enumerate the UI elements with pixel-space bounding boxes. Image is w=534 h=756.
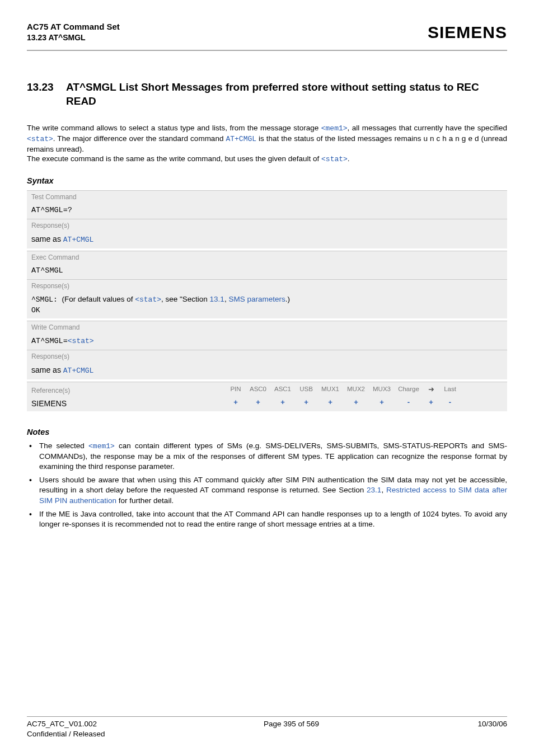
param-mem1[interactable]: <mem1>: [88, 442, 115, 450]
cap-val: +: [270, 397, 295, 407]
response-label: Response(s): [27, 279, 507, 292]
response-label: Response(s): [27, 219, 507, 231]
note-item-1: The selected <mem1> can contain differen…: [27, 441, 507, 472]
cap-val: +: [246, 397, 270, 407]
note-text: If the ME is Java controlled, take into …: [39, 510, 507, 528]
note-text: ,: [381, 486, 386, 494]
intro-text: , all messages that currently have the s…: [348, 124, 507, 132]
product-name: AC75 AT Command Set: [27, 21, 120, 32]
intro-text: The execute command is the same as the w…: [27, 154, 321, 163]
link-section-13-1[interactable]: 13.1: [210, 295, 224, 303]
cap-hdr-mux3: MUX3: [369, 385, 395, 394]
write-command-block: Write Command AT^SMGL=<stat> Response(s)…: [27, 321, 507, 379]
header-left: AC75 AT Command Set 13.23 AT^SMGL: [27, 21, 120, 43]
exec-command-block: Exec Command AT^SMGL Response(s) ^SMGL: …: [27, 251, 507, 319]
reference-left: Reference(s) SIEMENS: [27, 382, 226, 411]
section-title-text: AT^SMGL List Short Messages from preferr…: [66, 80, 507, 109]
reference-name: SIEMENS: [31, 398, 221, 409]
cap-val: +: [226, 397, 246, 407]
write-command-label: Write Command: [27, 321, 507, 333]
write-command-value: AT^SMGL=<stat>: [27, 334, 507, 350]
footer-version: AC75_ATC_V01.002: [27, 720, 97, 728]
reference-right: PIN ASC0 ASC1 USB MUX1 MUX2 MUX3 Charge …: [226, 382, 507, 411]
header-rule: [27, 50, 507, 51]
footer-row: AC75_ATC_V01.002 Confidential / Released…: [27, 719, 507, 739]
param-mem1[interactable]: <mem1>: [321, 124, 348, 133]
cap-val: +: [423, 397, 439, 407]
write-response: same as AT+CMGL: [27, 362, 507, 379]
param-stat[interactable]: <stat>: [68, 337, 94, 345]
cap-val: +: [369, 397, 395, 407]
cap-hdr-asc1: ASC1: [270, 385, 295, 394]
arrow-right-icon: ➜: [423, 384, 439, 395]
exec-response: ^SMGL: (For default values of <stat>, se…: [27, 292, 507, 318]
footer-left: AC75_ATC_V01.002 Confidential / Released: [27, 719, 105, 739]
note-text: for further detail.: [116, 496, 174, 505]
capability-header-row: PIN ASC0 ASC1 USB MUX1 MUX2 MUX3 Charge …: [226, 384, 505, 395]
cap-val: -: [395, 397, 423, 407]
link-section-23-1[interactable]: 23.1: [367, 486, 381, 494]
response-text: , see "Section: [161, 295, 210, 303]
footer-page-number: Page 395 of 569: [264, 719, 319, 739]
param-stat[interactable]: <stat>: [135, 295, 161, 304]
test-command-block: Test Command AT^SMGL=? Response(s) same …: [27, 190, 507, 248]
cap-hdr-asc0: ASC0: [246, 385, 270, 394]
link-atcmgl[interactable]: AT+CMGL: [226, 135, 256, 143]
footer-date: 10/30/06: [477, 719, 507, 739]
reference-block: Reference(s) SIEMENS PIN ASC0 ASC1 USB M…: [27, 382, 507, 411]
response-ok: OK: [31, 306, 40, 314]
capability-value-row: + + + + + + + - + -: [226, 397, 505, 407]
notes-heading: Notes: [27, 427, 507, 438]
cap-val: +: [295, 397, 317, 407]
intro-text: The write command allows to select a sta…: [27, 124, 321, 132]
test-command-value: AT^SMGL=?: [27, 203, 507, 219]
intro-text: .: [348, 154, 350, 163]
cap-hdr-mux1: MUX1: [317, 385, 343, 394]
param-stat[interactable]: <stat>: [321, 155, 348, 163]
exec-command-label: Exec Command: [27, 251, 507, 263]
cap-val: +: [343, 397, 369, 407]
cap-hdr-last: Last: [439, 385, 461, 394]
same-as-text: same as: [31, 234, 63, 243]
test-command-label: Test Command: [27, 191, 507, 203]
response-label: Response(s): [27, 350, 507, 362]
footer-confidential: Confidential / Released: [27, 730, 105, 738]
response-text: (For default values of: [62, 295, 135, 303]
cap-hdr-pin: PIN: [226, 385, 246, 394]
section-heading: 13.23 AT^SMGL List Short Messages from p…: [27, 80, 507, 109]
notes-list: The selected <mem1> can contain differen…: [27, 441, 507, 529]
reference-label: Reference(s): [31, 384, 221, 396]
page-footer: AC75_ATC_V01.002 Confidential / Released…: [27, 716, 507, 739]
section-number: 13.23: [27, 80, 66, 109]
brand-logo: SIEMENS: [428, 21, 507, 44]
cap-hdr-mux2: MUX2: [343, 385, 369, 394]
link-atcmgl[interactable]: AT+CMGL: [63, 236, 94, 244]
header-section-ref: 13.23 AT^SMGL: [27, 32, 120, 43]
test-response: same as AT+CMGL: [27, 231, 507, 248]
link-sms-parameters[interactable]: SMS parameters: [228, 295, 285, 303]
note-text: The selected: [39, 442, 88, 450]
intro-paragraph: The write command allows to select a sta…: [27, 123, 507, 165]
note-item-3: If the ME is Java controlled, take into …: [27, 509, 507, 529]
page-header: AC75 AT Command Set 13.23 AT^SMGL SIEMEN…: [27, 21, 507, 44]
same-as-text: same as: [31, 365, 63, 374]
cap-hdr-usb: USB: [295, 385, 317, 394]
link-atcmgl[interactable]: AT+CMGL: [63, 367, 94, 375]
syntax-heading: Syntax: [27, 176, 507, 187]
cap-hdr-charge: Charge: [395, 385, 423, 394]
exec-command-value: AT^SMGL: [27, 263, 507, 279]
write-cmd-prefix: AT^SMGL=: [31, 337, 68, 345]
intro-text: . The major difference over the standard…: [53, 134, 226, 143]
response-prefix: ^SMGL:: [31, 295, 62, 304]
footer-rule: [27, 716, 507, 717]
cap-val: -: [439, 397, 461, 407]
cap-val: +: [317, 397, 343, 407]
response-text: .): [285, 295, 290, 303]
param-stat[interactable]: <stat>: [27, 135, 53, 143]
note-item-2: Users should be aware that when using th…: [27, 475, 507, 506]
